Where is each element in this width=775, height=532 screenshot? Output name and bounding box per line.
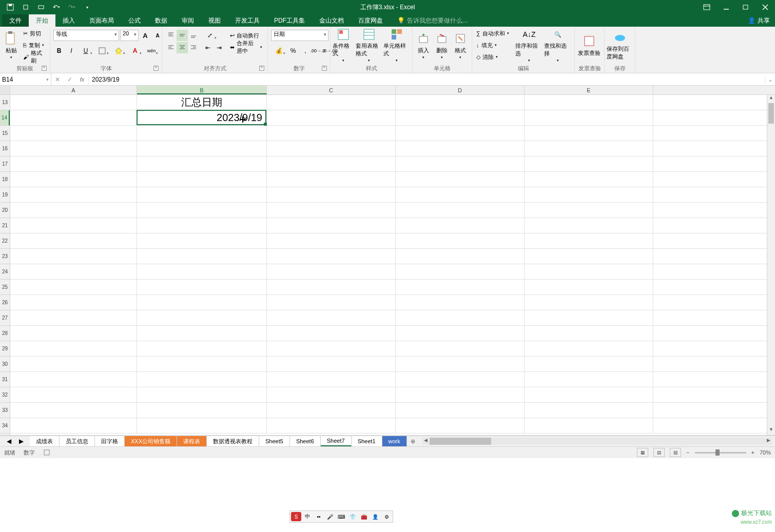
- cell-E30[interactable]: [525, 357, 653, 371]
- cell-C32[interactable]: [267, 387, 396, 402]
- cell-A19[interactable]: [10, 187, 137, 202]
- cell-E15[interactable]: [525, 126, 653, 141]
- cell-A31[interactable]: [10, 372, 137, 387]
- formula-accept-button[interactable]: ✓: [64, 73, 76, 85]
- tab-developer[interactable]: 开发工具: [228, 14, 267, 27]
- cell-A17[interactable]: [10, 156, 137, 171]
- cell-C15[interactable]: [267, 126, 396, 141]
- ime-keyboard-icon[interactable]: ⌨: [336, 512, 346, 521]
- status-record-icon[interactable]: [43, 449, 50, 456]
- ime-punct-button[interactable]: ••: [314, 512, 324, 521]
- cell-B14[interactable]: 2023/9/19: [137, 110, 267, 125]
- cell-D20[interactable]: [396, 203, 525, 218]
- cell-A26[interactable]: [10, 295, 137, 310]
- tab-home[interactable]: 开始: [29, 14, 55, 27]
- row-header-28[interactable]: 28: [0, 326, 10, 341]
- save-baidu-button[interactable]: 保存到百度网盘: [607, 28, 633, 63]
- cell-C13[interactable]: [267, 95, 396, 110]
- view-normal-button[interactable]: ▦: [637, 448, 648, 457]
- cell-C17[interactable]: [267, 156, 396, 171]
- sheet-tab-2[interactable]: 田字格: [95, 436, 125, 446]
- cell-B18[interactable]: [137, 172, 267, 187]
- zoom-level[interactable]: 70%: [760, 449, 771, 456]
- cell-D27[interactable]: [396, 310, 525, 325]
- cell-A21[interactable]: [10, 218, 137, 233]
- column-header-A[interactable]: A: [10, 86, 137, 94]
- cell-E14[interactable]: [525, 110, 653, 125]
- cell-D23[interactable]: [396, 249, 525, 264]
- cell-D22[interactable]: [396, 233, 525, 248]
- fill-button[interactable]: ↓填充▾: [474, 40, 514, 51]
- find-select-button[interactable]: 🔍查找和选择▾: [544, 28, 572, 63]
- row-header-26[interactable]: 26: [0, 295, 10, 310]
- hscroll-right-button[interactable]: ▶: [765, 438, 772, 443]
- cell-E32[interactable]: [525, 387, 653, 402]
- row-header-25[interactable]: 25: [0, 280, 10, 295]
- ime-mic-icon[interactable]: 🎤: [325, 512, 335, 521]
- cut-button[interactable]: ✂剪切: [21, 28, 48, 39]
- cell-A32[interactable]: [10, 387, 137, 402]
- cell-C24[interactable]: [267, 264, 396, 279]
- fx-icon[interactable]: fx: [76, 73, 88, 85]
- ime-zh-button[interactable]: 中: [302, 512, 313, 521]
- row-header-30[interactable]: 30: [0, 357, 10, 372]
- font-size-combo[interactable]: 20: [120, 30, 139, 41]
- cell-D31[interactable]: [396, 372, 525, 387]
- share-button[interactable]: 👤共享: [748, 14, 770, 27]
- cell-D15[interactable]: [396, 126, 525, 141]
- tell-me-input[interactable]: 💡告诉我您想要做什么...: [390, 14, 468, 27]
- cell-A13[interactable]: [10, 95, 137, 110]
- close-button[interactable]: [755, 0, 775, 14]
- formula-cancel-button[interactable]: ✕: [51, 73, 64, 85]
- cell-D21[interactable]: [396, 218, 525, 233]
- conditional-format-button[interactable]: 条件格式▾: [333, 28, 355, 63]
- cell-E29[interactable]: [525, 341, 653, 356]
- cell-C31[interactable]: [267, 372, 396, 387]
- cell-B24[interactable]: [137, 264, 267, 279]
- row-header-20[interactable]: 20: [0, 203, 10, 218]
- cell-C30[interactable]: [267, 357, 396, 371]
- cell-A14[interactable]: [10, 110, 137, 125]
- number-format-combo[interactable]: 日期: [271, 30, 328, 41]
- tab-kingsoft[interactable]: 金山文档: [312, 14, 351, 27]
- decrease-font-button[interactable]: A: [152, 30, 163, 41]
- cell-E13[interactable]: [525, 95, 653, 110]
- formula-bar-expand[interactable]: ⌄: [765, 76, 775, 83]
- cell-B29[interactable]: [137, 341, 267, 356]
- cell-B26[interactable]: [137, 295, 267, 310]
- cell-E34[interactable]: [525, 418, 653, 433]
- tab-formulas[interactable]: 公式: [121, 14, 148, 27]
- increase-indent-button[interactable]: ⇥: [214, 42, 225, 53]
- fill-color-button[interactable]: [111, 45, 126, 56]
- accounting-format-button[interactable]: 💰: [271, 45, 286, 56]
- ribbon-display-icon[interactable]: [697, 0, 716, 14]
- row-header-31[interactable]: 31: [0, 372, 10, 387]
- cell-C19[interactable]: [267, 187, 396, 202]
- row-header-27[interactable]: 27: [0, 310, 10, 326]
- cell-D24[interactable]: [396, 264, 525, 279]
- cell-A33[interactable]: [10, 403, 137, 418]
- row-header-19[interactable]: 19: [0, 187, 10, 203]
- undo-button[interactable]: ↶▾: [49, 1, 64, 14]
- cell-C16[interactable]: [267, 141, 396, 156]
- cell-D17[interactable]: [396, 156, 525, 171]
- column-header-D[interactable]: D: [396, 86, 525, 94]
- tab-insert[interactable]: 插入: [55, 14, 82, 27]
- autosum-button[interactable]: ∑自动求和▾: [474, 28, 514, 39]
- delete-cells-button[interactable]: 删除▾: [433, 28, 451, 63]
- increase-decimal-button[interactable]: .00→.0: [312, 45, 323, 56]
- cell-A29[interactable]: [10, 341, 137, 356]
- cell-C34[interactable]: [267, 418, 396, 433]
- fapiao-button[interactable]: 发票查验: [577, 28, 602, 63]
- cell-B25[interactable]: [137, 280, 267, 294]
- sort-filter-button[interactable]: A↓Z排序和筛选▾: [515, 28, 543, 63]
- cell-C22[interactable]: [267, 233, 396, 248]
- cell-A18[interactable]: [10, 172, 137, 187]
- horizontal-scrollbar[interactable]: ◀ ▶: [422, 438, 772, 445]
- cell-B31[interactable]: [137, 372, 267, 387]
- sheet-tab-8[interactable]: Sheet7: [321, 436, 352, 446]
- cell-A28[interactable]: [10, 326, 137, 341]
- cell-B16[interactable]: [137, 141, 267, 156]
- cell-B32[interactable]: [137, 387, 267, 402]
- cell-A30[interactable]: [10, 357, 137, 371]
